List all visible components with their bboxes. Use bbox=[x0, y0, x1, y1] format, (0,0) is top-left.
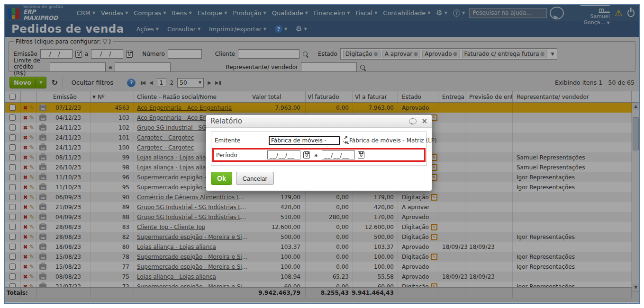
a-label: a bbox=[313, 152, 319, 158]
periodo-highlight-box: Período 8 a 8 bbox=[212, 148, 426, 162]
periodo-to-input[interactable] bbox=[322, 150, 355, 159]
relatorio-dialog: Relatório × Emitente Fábrica de móveis -… bbox=[206, 114, 432, 191]
close-icon[interactable]: × bbox=[421, 118, 427, 125]
ok-button[interactable]: Ok bbox=[211, 172, 232, 185]
calendar-icon[interactable]: 8 bbox=[358, 151, 364, 158]
dialog-chat-icon[interactable] bbox=[409, 118, 417, 124]
emitente-input[interactable] bbox=[269, 136, 340, 145]
open-external-icon[interactable] bbox=[345, 138, 346, 144]
dialog-fields: Emitente Fábrica de móveis - Matriz (LP)… bbox=[211, 132, 427, 166]
periodo-from-input[interactable] bbox=[267, 150, 300, 159]
calendar-icon[interactable]: 8 bbox=[303, 151, 310, 158]
cancel-button[interactable]: Cancelar bbox=[236, 172, 274, 185]
app-window: Sistema de gestão ERP MAXIPROD CRM▼ Vend… bbox=[4, 4, 640, 304]
emitente-label: Emitente bbox=[215, 137, 266, 144]
emitente-display: Fábrica de móveis - Matriz (LP) bbox=[349, 137, 437, 144]
periodo-label: Período bbox=[216, 152, 264, 158]
dialog-titlebar[interactable]: Relatório × bbox=[206, 115, 432, 128]
dialog-title: Relatório bbox=[210, 117, 404, 125]
